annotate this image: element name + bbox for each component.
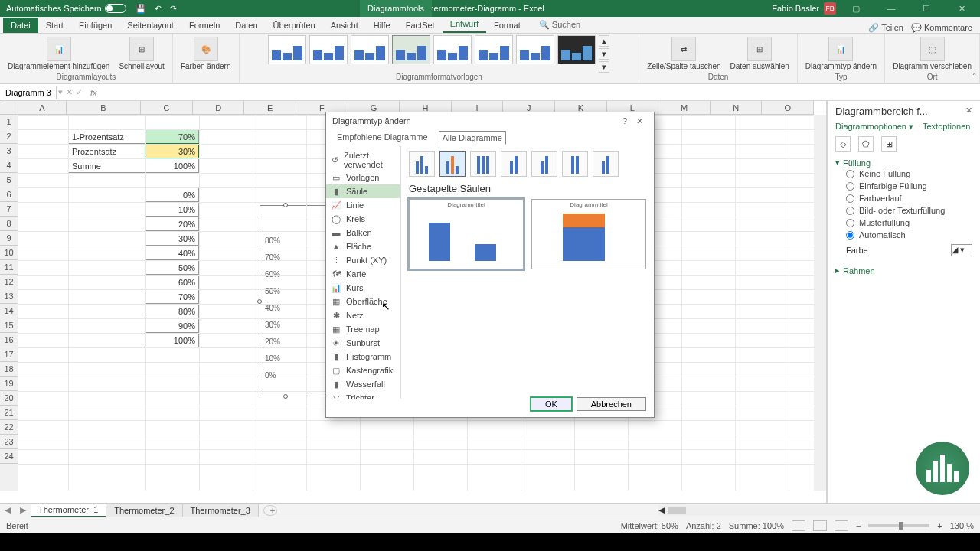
dialog-tab-all[interactable]: Alle Diagramme <box>439 131 506 145</box>
switch-row-column-button[interactable]: ⇄Zeile/Spalte tauschen <box>644 35 724 72</box>
chart-preview-1[interactable]: Diagrammtitel <box>409 199 524 269</box>
close-pane-icon[interactable]: ✕ <box>965 106 972 116</box>
tab-file[interactable]: Datei <box>3 18 38 33</box>
zoom-slider[interactable] <box>868 524 929 527</box>
cell-b2[interactable]: 1-Prozentsatz <box>68 129 145 144</box>
name-box[interactable] <box>2 86 57 99</box>
chart-cat-karte[interactable]: 🗺Karte <box>326 267 400 281</box>
tab-view[interactable]: Ansicht <box>323 18 366 33</box>
fill-option-0[interactable]: Keine Füllung <box>835 168 972 180</box>
tab-insert[interactable]: Einfügen <box>71 18 119 33</box>
effects-icon[interactable]: ⬠ <box>858 136 874 152</box>
chart-cat-linie[interactable]: 📈Linie <box>326 198 400 212</box>
tab-review[interactable]: Überprüfen <box>266 18 323 33</box>
add-chart-element-button[interactable]: 📊Diagrammelement hinzufügen <box>5 35 113 72</box>
cell-c7[interactable]: 10% <box>145 202 199 217</box>
tab-start[interactable]: Start <box>38 18 71 33</box>
select-data-button[interactable]: ⊞Daten auswählen <box>727 35 792 72</box>
dialog-close-icon[interactable]: ✕ <box>632 115 648 128</box>
chart-cat-flche[interactable]: ▲Fläche <box>326 240 400 253</box>
cell-c15[interactable]: 90% <box>145 318 199 333</box>
cell-b4[interactable]: Summe <box>68 158 145 173</box>
collapse-ribbon-icon[interactable]: ˄ <box>972 72 977 82</box>
chart-style-3[interactable] <box>351 35 389 64</box>
subtype-stacked[interactable] <box>439 151 466 177</box>
subtype-3d-clustered[interactable] <box>501 151 527 177</box>
cell-c16[interactable]: 100% <box>145 333 199 347</box>
cell-c3[interactable]: 30% <box>145 144 199 158</box>
sheet-tab-2[interactable]: Thermometer_2 <box>106 504 182 517</box>
save-icon[interactable]: 💾 <box>132 4 149 13</box>
chart-cat-kastengrafik[interactable]: ▢Kastengrafik <box>326 364 400 377</box>
cell-c9[interactable]: 30% <box>145 231 199 246</box>
cell-c10[interactable]: 40% <box>145 246 199 260</box>
chart-cat-vorlagen[interactable]: ▭Vorlagen <box>326 171 400 184</box>
border-section-header[interactable]: ▸ Rahmen <box>835 266 972 276</box>
avatar[interactable]: FB <box>824 2 836 15</box>
change-chart-type-button[interactable]: 📊Diagrammtyp ändern <box>802 35 880 72</box>
zoom-in-icon[interactable]: + <box>937 521 942 530</box>
cell-c13[interactable]: 70% <box>145 289 199 304</box>
search-box[interactable]: 🔍 Suchen <box>531 17 588 33</box>
view-pagebreak-icon[interactable] <box>835 520 848 531</box>
chart-cat-punktxy[interactable]: ⋮Punkt (XY) <box>326 253 400 267</box>
chart-style-7[interactable] <box>516 35 554 64</box>
chart-cat-balken[interactable]: ▬Balken <box>326 226 400 240</box>
change-colors-button[interactable]: 🎨Farben ändern <box>178 35 234 72</box>
dialog-tab-recommended[interactable]: Empfohlene Diagramme <box>334 131 431 145</box>
chart-style-4[interactable] <box>392 35 430 64</box>
zoom-out-icon[interactable]: − <box>856 521 861 530</box>
tab-pagelayout[interactable]: Seitenlayout <box>119 18 181 33</box>
tab-factset[interactable]: FactSet <box>398 18 443 33</box>
style-scroll-up-icon[interactable]: ▴ <box>599 35 609 47</box>
chart-cat-zuletztverwendet[interactable]: ↺Zuletzt verwendet <box>326 149 400 171</box>
cell-c11[interactable]: 50% <box>145 260 199 275</box>
subtype-3d-column[interactable] <box>593 151 619 177</box>
select-all-corner[interactable] <box>0 101 18 115</box>
autosave-toggle[interactable]: Automatisches Speichern <box>6 4 126 13</box>
fill-section-header[interactable]: ▾ Füllung <box>835 158 972 168</box>
cancel-formula-icon[interactable]: ✕ <box>66 87 73 97</box>
view-pagelayout-icon[interactable] <box>813 520 827 531</box>
chart-style-6[interactable] <box>475 35 513 64</box>
vertical-scrollbar[interactable] <box>814 115 826 491</box>
chart-cat-trichter[interactable]: ▽Trichter <box>326 391 400 399</box>
share-button[interactable]: 🔗 Teilen <box>868 23 903 33</box>
chart-cat-netz[interactable]: ✱Netz <box>326 308 400 322</box>
enter-formula-icon[interactable]: ✓ <box>76 87 83 97</box>
chart-cat-sule[interactable]: ▮Säule <box>326 184 400 198</box>
dialog-help-icon[interactable]: ? <box>618 115 632 127</box>
cell-c4[interactable]: 100% <box>145 158 199 173</box>
cell-c6[interactable]: 0% <box>145 187 199 202</box>
horizontal-scrollbar[interactable]: ◀ <box>658 505 980 516</box>
chart-style-1[interactable] <box>268 35 306 64</box>
fill-option-3[interactable]: Bild- oder Texturfüllung <box>835 204 972 217</box>
subtype-3d-100stacked[interactable] <box>562 151 588 177</box>
sheet-nav-next-icon[interactable]: ▶ <box>15 505 31 515</box>
formula-input[interactable] <box>102 85 980 99</box>
chart-cat-histogramm[interactable]: ▮Histogramm <box>326 350 400 364</box>
comments-button[interactable]: 💬 Kommentare <box>911 23 972 33</box>
close-icon[interactable]: ✕ <box>946 4 977 14</box>
maximize-icon[interactable]: ☐ <box>911 4 942 14</box>
style-more-icon[interactable]: ▾ <box>599 61 609 73</box>
move-chart-button[interactable]: ⬚Diagramm verschieben <box>890 35 975 72</box>
chart-style-8[interactable] <box>557 35 596 64</box>
chart-cat-treemap[interactable]: ▦Treemap <box>326 322 400 336</box>
cell-c2[interactable]: 70% <box>145 129 199 144</box>
chart-cat-wasserfall[interactable]: ▮Wasserfall <box>326 377 400 391</box>
zoom-level[interactable]: 130 % <box>950 521 974 530</box>
chart-cat-kreis[interactable]: ◯Kreis <box>326 212 400 226</box>
fill-line-icon[interactable]: ◇ <box>835 136 851 152</box>
cell-c12[interactable]: 60% <box>145 275 199 289</box>
view-normal-icon[interactable] <box>792 520 805 531</box>
add-sheet-icon[interactable]: + <box>263 505 277 516</box>
fx-icon[interactable]: fx <box>86 88 102 97</box>
row-headers[interactable]: 123456789101112131415161718192021222324 <box>0 115 18 491</box>
pane-tab-chart-options[interactable]: Diagrammoptionen ▾ <box>835 122 913 132</box>
chart-preview-2[interactable]: Diagrammtitel <box>531 199 646 269</box>
sheet-nav-prev-icon[interactable]: ◀ <box>0 505 15 515</box>
size-props-icon[interactable]: ⊞ <box>881 136 897 152</box>
subtype-3d-stacked[interactable] <box>531 151 557 177</box>
style-scroll-down-icon[interactable]: ▾ <box>599 48 609 60</box>
